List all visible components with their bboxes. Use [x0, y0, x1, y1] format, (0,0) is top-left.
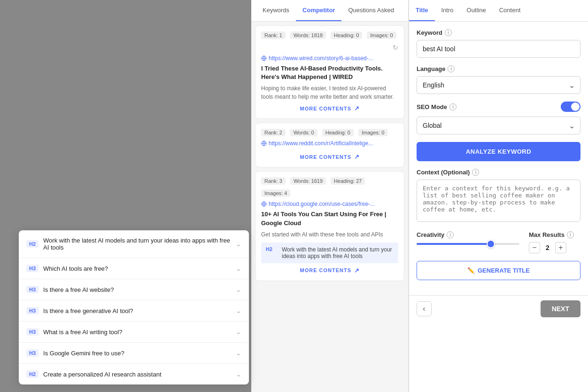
heading-tag: H2 — [26, 240, 39, 248]
competitor-item-3: Rank: 3Words: 1619Heading: 27Images: 4ht… — [255, 171, 404, 281]
heading-tag: H3 — [26, 328, 39, 336]
max-results-info-icon[interactable]: i — [567, 231, 574, 238]
accordion-item-6[interactable]: H3Is Google Gemini free to use?⌄ — [19, 343, 249, 364]
next-button[interactable]: NEXT — [541, 300, 580, 317]
rank-bar-2: Rank: 2Words: 0Heading: 0Images: 0 — [261, 129, 398, 136]
refresh-button[interactable]: ↻ — [393, 44, 398, 51]
accordion-item-3[interactable]: H3Is there a free AI website?⌄ — [19, 279, 249, 300]
seo-mode-info-icon[interactable]: i — [449, 103, 456, 110]
competitor-url-text: https://www.wired.com/story/6-ai-based-.… — [269, 55, 373, 62]
nav-row: ‹ NEXT — [409, 295, 588, 322]
context-textarea[interactable] — [417, 180, 580, 222]
accordion-item-5[interactable]: H3What is a free AI writing tool?⌄ — [19, 321, 249, 343]
chevron-down-icon: ⌄ — [236, 240, 241, 248]
creativity-label: Creativity i — [417, 231, 519, 238]
competitor-url[interactable]: https://cloud.google.com/use-cases/free-… — [261, 201, 398, 207]
chevron-down-icon: ⌄ — [236, 328, 241, 336]
context-label: Context (Optional) i — [417, 169, 580, 176]
keyword-group: Keyword i — [417, 29, 580, 58]
competitor-url[interactable]: https://www.reddit.com/r/ArtificialIntel… — [261, 140, 398, 147]
competitor-url[interactable]: https://www.wired.com/story/6-ai-based-.… — [261, 55, 398, 62]
seo-mode-label: SEO Mode i — [417, 103, 456, 110]
rank-badge: Words: 0 — [290, 129, 317, 136]
tab-competitor[interactable]: Competitor — [296, 0, 341, 21]
tab-questions[interactable]: Questions Asked — [341, 0, 401, 21]
keyword-info-icon[interactable]: i — [445, 29, 452, 36]
stepper-increment-button[interactable]: + — [555, 242, 566, 253]
accordion-item-2[interactable]: H3Which AI tools are free?⌄ — [19, 258, 249, 279]
rank-badge: Heading: 0 — [322, 129, 354, 136]
accordion-item-text: Is Google Gemini free to use? — [43, 350, 231, 357]
global-select-wrapper: Global Local ⌄ — [417, 117, 580, 134]
creativity-row: Creativity i Max Results i − 2 — [417, 231, 580, 253]
nav-back-button[interactable]: ‹ — [417, 301, 432, 316]
accordion-item-text: Is there a free generative AI tool? — [43, 307, 231, 314]
language-label: Language i — [417, 65, 580, 72]
competitor-url-text: https://www.reddit.com/r/ArtificialIntel… — [269, 140, 373, 147]
heading-tag: H3 — [26, 307, 39, 314]
seo-mode-group: SEO Mode i Global Local ⌄ — [417, 102, 580, 134]
competitor-description: Hoping to make life easier, I tested six… — [261, 84, 398, 101]
accordion-item-text: What is a free AI writing tool? — [43, 329, 231, 336]
chevron-down-icon: ⌄ — [236, 307, 241, 314]
accordion-item-1[interactable]: H2Work with the latest AI models and tur… — [19, 230, 249, 258]
global-select-wrapper-outer: Global Local ⌄ — [417, 117, 580, 134]
competitor-title: I Tried These AI-Based Productivity Tool… — [261, 64, 398, 81]
context-group: Context (Optional) i — [417, 169, 580, 224]
rank-badge: Heading: 27 — [331, 177, 365, 185]
tab-outline[interactable]: Outline — [460, 0, 493, 21]
heading-tag: H3 — [26, 265, 39, 272]
more-contents-button-3[interactable]: MORE CONTENTS ↗ — [261, 263, 398, 275]
max-results-stepper: − 2 + — [529, 242, 580, 253]
rank-badge: Words: 1619 — [290, 177, 326, 185]
context-info-icon[interactable]: i — [472, 169, 479, 176]
analyze-keyword-button[interactable]: ANALYZE KEYWORD — [417, 142, 580, 161]
tab-keywords[interactable]: Keywords — [256, 0, 296, 21]
accordion-item-text: Which AI tools are free? — [43, 265, 231, 272]
creativity-slider-knob[interactable] — [487, 240, 495, 248]
middle-tabs: Keywords Competitor Questions Asked — [251, 0, 408, 22]
stepper-value: 2 — [543, 244, 552, 251]
more-contents-button-1[interactable]: MORE CONTENTS ↗ — [261, 101, 398, 113]
right-tabs: Title Intro Outline Content — [409, 0, 588, 22]
more-contents-button-2[interactable]: MORE CONTENTS ↗ — [261, 149, 398, 161]
rank-bar-1: Rank: 1Words: 1818Heading: 0Images: 0↻ — [261, 31, 398, 51]
competitor-url-text: https://cloud.google.com/use-cases/free-… — [269, 201, 375, 207]
tab-intro[interactable]: Intro — [435, 0, 460, 21]
language-select[interactable]: English Spanish French — [417, 76, 580, 94]
competitor-title: 10+ AI Tools You Can Start Using For Fre… — [261, 210, 398, 227]
global-select[interactable]: Global Local — [417, 117, 580, 134]
language-select-wrapper: English Spanish French ⌄ — [417, 76, 580, 94]
language-info-icon[interactable]: i — [448, 65, 455, 72]
accordion-item-text: Is there a free AI website? — [43, 286, 231, 293]
competitor-item-2: Rank: 2Words: 0Heading: 0Images: 0https:… — [255, 123, 404, 167]
tab-content[interactable]: Content — [493, 0, 527, 21]
middle-panel: Keywords Competitor Questions Asked Rank… — [251, 0, 409, 392]
creativity-info-icon[interactable]: i — [447, 231, 454, 238]
max-results-col: Max Results i − 2 + — [529, 231, 580, 253]
competitor-item-1: Rank: 1Words: 1818Heading: 0Images: 0↻ht… — [255, 25, 404, 119]
rank-badge: Rank: 3 — [261, 177, 286, 185]
seo-mode-toggle[interactable] — [561, 102, 580, 112]
rank-badge: Images: 0 — [367, 31, 396, 39]
accordion-item-4[interactable]: H3Is there a free generative AI tool?⌄ — [19, 300, 249, 321]
generate-title-pencil-icon: ✏️ — [467, 267, 475, 274]
toggle-knob — [571, 102, 580, 111]
keyword-input[interactable] — [417, 40, 580, 58]
creativity-slider-fill — [417, 243, 488, 245]
accordion-panel: H2Work with the latest AI models and tur… — [19, 230, 249, 384]
chevron-down-icon: ⌄ — [236, 349, 241, 357]
stepper-decrement-button[interactable]: − — [529, 242, 540, 253]
seo-mode-row: SEO Mode i — [417, 102, 580, 112]
tab-title[interactable]: Title — [409, 0, 435, 21]
middle-scroll[interactable]: Rank: 1Words: 1818Heading: 0Images: 0↻ht… — [251, 22, 408, 391]
rank-badge: Words: 1818 — [290, 31, 326, 39]
heading-tag: H3 — [26, 286, 39, 293]
left-gray-area: H2Work with the latest AI models and tur… — [0, 0, 251, 392]
rank-badge: Rank: 1 — [261, 31, 286, 39]
generate-title-button[interactable]: ✏️ GENERATE TITLE — [417, 261, 580, 280]
creativity-slider-track[interactable] — [417, 243, 519, 245]
rank-badge: Heading: 0 — [331, 31, 362, 39]
competitor-h2-text: H2Work with the latest AI models and tur… — [261, 243, 398, 263]
accordion-item-7[interactable]: H2Create a personalized AI research assi… — [19, 364, 249, 384]
